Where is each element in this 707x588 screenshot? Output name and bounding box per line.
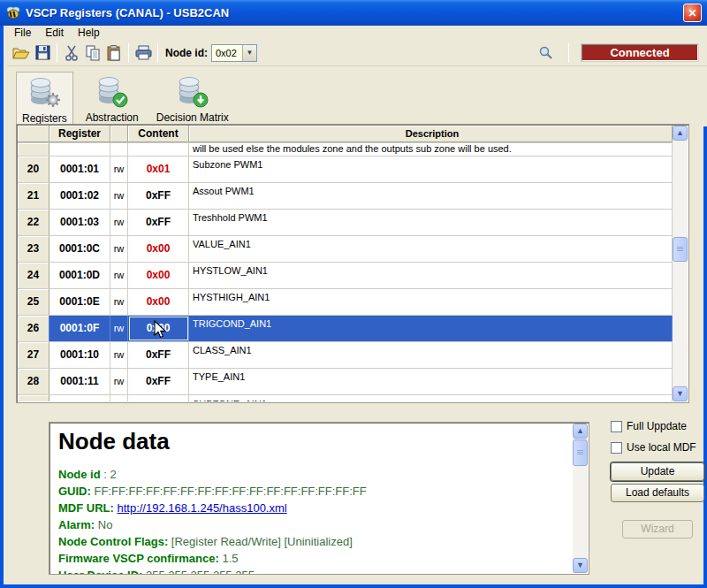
paste-clipboard-icon	[107, 45, 121, 61]
tab-abstraction-label: Abstraction	[86, 111, 139, 124]
content-column-header[interactable]: Content	[128, 126, 189, 142]
connection-status-badge: Connected	[582, 44, 698, 61]
use-local-mdf-label: Use local MDF	[627, 441, 696, 454]
node-control-flags-line: Node Control Flags: [Register Read/Write…	[58, 533, 569, 550]
wizard-button: Wizard	[622, 520, 693, 538]
guid-line: GUID: FF:FF:FF:FF:FF:FF:FF:FF:FF:FF:FF:F…	[58, 483, 569, 500]
table-row-selected[interactable]: 26 0001:0F rw 0x00 TRIGCOND_AIN1	[18, 316, 673, 342]
grid-scrollbar[interactable]: ▲ ▼	[673, 126, 688, 401]
scroll-up-icon[interactable]: ▲	[673, 126, 688, 141]
table-row-partial[interactable]: will be used else the modules zone and t…	[18, 143, 673, 157]
tab-decision-matrix-label: Decision Matrix	[156, 111, 229, 124]
bee-app-icon	[5, 5, 21, 21]
corner-header	[18, 126, 49, 142]
table-row[interactable]: 20 0001:01 rw 0x01 Subzone PWM1	[18, 157, 673, 183]
title-bar[interactable]: VSCP Registers (CANAL) - USB2CAN ✕	[0, 0, 707, 26]
table-row[interactable]: 27 0001:10 rw 0xFF CLASS_AIN1	[18, 342, 673, 369]
open-button[interactable]	[11, 42, 32, 64]
access-column-header[interactable]	[110, 126, 128, 142]
node-data-scrollbar[interactable]: ▲ ▼	[573, 424, 588, 573]
scroll-down-icon[interactable]: ▼	[573, 558, 588, 573]
table-row[interactable]: 28 0001:11 rw 0xFF TYPE_AIN1	[18, 369, 673, 395]
tab-decision-matrix[interactable]: Decision Matrix	[151, 72, 234, 126]
cut-scissors-icon	[65, 45, 79, 61]
register-grid: Register Content Description will be use…	[16, 124, 689, 403]
mouse-cursor	[154, 320, 168, 340]
app-window: VSCP Registers (CANAL) - USB2CAN ✕ File …	[0, 0, 707, 588]
table-row[interactable]: 21 0001:02 rw 0xFF Assout PWM1	[18, 183, 673, 210]
search-icon	[538, 45, 553, 60]
full-update-checkbox[interactable]	[611, 421, 622, 432]
scroll-down-icon[interactable]: ▼	[673, 386, 688, 401]
menu-edit[interactable]: Edit	[38, 26, 71, 40]
controls-panel: Full Uppdate Use local MDF Update Load d…	[611, 420, 704, 541]
table-row[interactable]: 25 0001:0E rw 0x00 HYSTHIGH_AIN1	[18, 289, 673, 316]
toolbar-separator	[128, 43, 129, 63]
node-data-panel: Node data Node id : 2 GUID: FF:FF:FF:FF:…	[49, 422, 589, 575]
node-id-line: Node id : 2	[58, 466, 569, 483]
mdf-url-line: MDF URL: http://192.168.1.245/hass100.xm…	[58, 500, 569, 516]
firmware-line: Firmware VSCP confirmance: 1.5	[58, 550, 569, 567]
menu-file[interactable]: File	[7, 26, 38, 40]
scrollbar-thumb[interactable]	[673, 237, 688, 262]
alarm-line: Alarm: No	[58, 516, 569, 533]
database-gear-icon	[26, 75, 63, 111]
print-icon	[135, 45, 152, 60]
table-row[interactable]: 24 0001:0D rw 0x00 HYSTLOW_AIN1	[18, 263, 673, 289]
database-check-icon	[94, 74, 131, 110]
scrollbar-thumb[interactable]	[573, 439, 588, 466]
tab-registers-label: Registers	[22, 112, 67, 125]
use-local-mdf-checkbox-row[interactable]: Use local MDF	[611, 441, 704, 454]
scroll-up-icon[interactable]: ▲	[573, 424, 588, 439]
print-button[interactable]	[133, 42, 154, 64]
full-update-checkbox-row[interactable]: Full Uppdate	[611, 420, 704, 432]
tab-bar: Registers Abstraction	[7, 66, 707, 126]
save-floppy-icon	[35, 45, 50, 60]
description-column-header[interactable]: Description	[189, 126, 673, 142]
cut-button[interactable]	[61, 42, 82, 64]
window-title: VSCP Registers (CANAL) - USB2CAN	[26, 6, 683, 19]
paste-button[interactable]	[103, 42, 125, 64]
user-device-id-line: User Device ID: 255.255.255.255.255	[58, 567, 569, 575]
search-button[interactable]	[535, 42, 556, 64]
menu-help[interactable]: Help	[71, 26, 107, 40]
table-row-partial[interactable]: SUBZONE_AIN1	[18, 395, 673, 401]
table-row[interactable]: 23 0001:0C rw 0x00 VALUE_AIN1	[18, 236, 673, 263]
tab-abstraction[interactable]: Abstraction	[80, 72, 144, 126]
toolbar-separator	[157, 43, 158, 63]
toolbar-separator	[568, 43, 569, 63]
use-local-mdf-checkbox[interactable]	[611, 442, 622, 454]
save-button[interactable]	[32, 42, 53, 64]
node-id-dropdown[interactable]: 0x02 ▼	[211, 44, 257, 62]
tab-registers[interactable]: Registers	[16, 72, 73, 127]
overflow-description: SUBZONE_AIN1	[189, 395, 673, 401]
grid-header-row: Register Content Description	[18, 126, 673, 143]
database-download-icon	[174, 74, 211, 110]
chevron-down-icon[interactable]: ▼	[242, 45, 256, 61]
copy-icon	[86, 45, 101, 61]
overflow-description: will be used else the modules zone and t…	[189, 143, 673, 156]
menu-bar: File Edit Help	[7, 26, 707, 40]
close-button[interactable]: ✕	[683, 4, 702, 22]
client-area: File Edit Help	[0, 26, 707, 588]
node-data-heading: Node data	[58, 428, 569, 455]
open-folder-icon	[12, 46, 30, 60]
node-id-label: Node id:	[165, 47, 208, 59]
full-update-label: Full Uppdate	[627, 420, 687, 432]
mdf-url-link[interactable]: http://192.168.1.245/hass100.xml	[117, 501, 286, 515]
toolbar: Node id: 0x02 ▼ Connected	[7, 40, 707, 66]
register-column-header[interactable]: Register	[49, 126, 110, 142]
node-id-value: 0x02	[212, 45, 242, 61]
copy-button[interactable]	[82, 42, 103, 64]
toolbar-separator	[57, 43, 57, 63]
table-row[interactable]: 22 0001:03 rw 0xFF Treshhold PWM1	[18, 210, 673, 236]
load-defaults-button[interactable]: Load defaults	[611, 484, 704, 502]
update-button[interactable]: Update	[611, 462, 704, 481]
